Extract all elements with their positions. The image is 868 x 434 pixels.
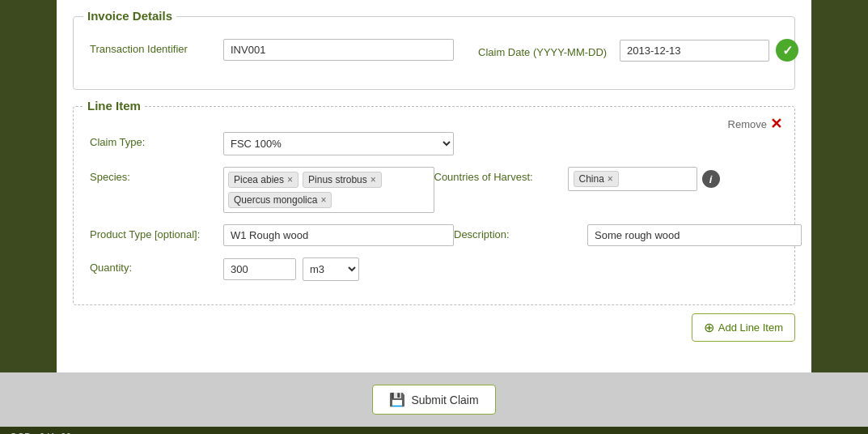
remove-species-1-icon[interactable]: ×: [287, 174, 293, 185]
description-label: Description:: [454, 224, 587, 240]
add-line-button[interactable]: ⊕ Add Line Item: [692, 313, 795, 342]
species-label: Species:: [90, 167, 223, 183]
remove-label: Remove: [728, 118, 767, 130]
status-bar: OCP • 941c66e: [0, 427, 868, 434]
product-desc-row: Product Type [optional]: Description:: [90, 224, 778, 246]
species-tag-2: Pinus strobus ×: [303, 172, 382, 188]
countries-right: Countries of Harvest: China × i: [434, 167, 779, 213]
unit-select[interactable]: m3 kg t pieces: [303, 257, 359, 281]
claim-type-select[interactable]: FSC 100% FSC Mix FSC Recycled: [223, 132, 454, 155]
country-tags[interactable]: China ×: [568, 167, 697, 191]
species-tag-3: Quercus mongolica ×: [228, 192, 332, 208]
species-tag-1: Picea abies ×: [228, 172, 299, 188]
date-valid-icon: ✓: [776, 39, 798, 62]
info-icon[interactable]: i: [702, 170, 720, 188]
transaction-input-wrap: [223, 39, 454, 61]
claim-type-label: Claim Type:: [90, 132, 223, 148]
countries-label: Countries of Harvest:: [434, 167, 568, 183]
transaction-label: Transaction Identifier: [90, 39, 223, 55]
claim-date-label: Claim Date (YYYY-MM-DD): [478, 42, 612, 58]
countries-input-wrap: China × i: [568, 167, 720, 191]
product-left: Product Type [optional]:: [90, 224, 454, 246]
quantity-input[interactable]: [223, 258, 296, 280]
transaction-input[interactable]: [223, 39, 454, 61]
product-type-label: Product Type [optional]:: [90, 224, 223, 240]
claim-type-row: Claim Type: FSC 100% FSC Mix FSC Recycle…: [90, 132, 778, 155]
remove-species-3-icon[interactable]: ×: [320, 194, 326, 206]
plus-icon: ⊕: [704, 320, 714, 335]
remove-button[interactable]: Remove ✕: [728, 115, 782, 133]
quantity-left: Quantity: m3 kg t pieces: [90, 257, 778, 281]
add-line-row: ⊕ Add Line Item: [73, 305, 795, 350]
claim-type-wrap: FSC 100% FSC Mix FSC Recycled: [223, 132, 454, 155]
footer-bar: 💾 Submit Claim: [0, 372, 868, 427]
product-type-input[interactable]: [223, 224, 454, 246]
line-item-title: Line Item: [83, 99, 145, 113]
claim-type-left: Claim Type: FSC 100% FSC Mix FSC Recycle…: [90, 132, 778, 155]
description-input[interactable]: [587, 224, 802, 246]
claim-date-input[interactable]: [620, 40, 769, 62]
invoice-details-section: Invoice Details Transaction Identifier C…: [73, 16, 795, 90]
country-tag-1: China ×: [574, 171, 619, 187]
remove-species-2-icon[interactable]: ×: [370, 174, 376, 185]
floppy-icon: 💾: [389, 392, 405, 407]
quantity-row: Quantity: m3 kg t pieces: [90, 257, 778, 281]
remove-x-icon: ✕: [770, 115, 782, 133]
species-countries-row: Species: Picea abies × Pinus strobus × Q…: [90, 167, 778, 213]
claim-date-group: Claim Date (YYYY-MM-DD) ✓: [478, 39, 798, 62]
species-left: Species: Picea abies × Pinus strobus × Q…: [90, 167, 434, 213]
species-tags-container[interactable]: Picea abies × Pinus strobus × Quercus mo…: [223, 167, 434, 213]
remove-country-1-icon[interactable]: ×: [608, 173, 613, 185]
quantity-wrap: m3 kg t pieces: [223, 257, 359, 281]
submit-button[interactable]: 💾 Submit Claim: [372, 385, 495, 415]
quantity-label: Quantity:: [90, 257, 223, 274]
description-right: Description:: [454, 224, 802, 246]
line-item-section: Line Item Remove ✕ Claim Type: FSC 100% …: [73, 106, 795, 305]
invoice-section-title: Invoice Details: [83, 9, 176, 23]
claim-date-wrap: ✓: [620, 39, 798, 62]
transaction-row: Transaction Identifier Claim Date (YYYY-…: [90, 39, 778, 62]
